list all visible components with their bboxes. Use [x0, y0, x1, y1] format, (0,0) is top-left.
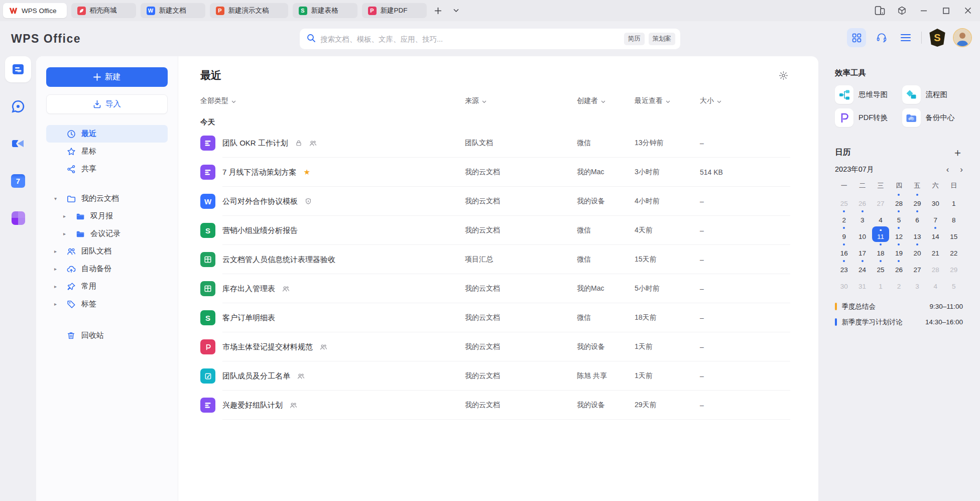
tool-mindmap[interactable]: 思维导图	[835, 85, 896, 104]
file-row[interactable]: W公司对外合作协议模板我的云文档我的设备4小时前–	[200, 187, 790, 216]
chevron-right-icon[interactable]: ▸	[63, 231, 75, 236]
import-button[interactable]: 导入	[46, 94, 168, 114]
calendar-day[interactable]: 26	[853, 192, 871, 209]
filter-3[interactable]: 最近查看	[635, 96, 700, 105]
search-tag-resume[interactable]: 简历	[624, 33, 645, 45]
tool-backup[interactable]: 备份中心	[902, 108, 963, 127]
chevron-right-icon[interactable]: ▸	[54, 248, 66, 254]
chevron-right-icon[interactable]: ▸	[54, 284, 66, 289]
calendar-day[interactable]: 20	[908, 242, 926, 259]
search-bar[interactable]: 简历 策划案	[300, 29, 680, 49]
calendar-day[interactable]: 30	[926, 192, 944, 209]
calendar-day[interactable]: 28	[926, 259, 944, 275]
file-row[interactable]: 团队成员及分工名单我的云文档陈旭 共享1天前–	[200, 361, 790, 391]
calendar-day[interactable]: 29	[945, 259, 963, 275]
close-button[interactable]	[959, 3, 977, 18]
rail-item-documents[interactable]	[5, 56, 31, 82]
add-event-button[interactable]: ＋	[952, 147, 963, 158]
maximize-button[interactable]	[937, 3, 955, 18]
calendar-day[interactable]: 9	[835, 225, 853, 242]
sidebar-item-clock[interactable]: 最近	[46, 125, 168, 143]
calendar-day[interactable]: 1	[872, 275, 890, 292]
calendar-day[interactable]: 27	[908, 259, 926, 275]
calendar-day[interactable]: 25	[835, 192, 853, 209]
mobile-link-button[interactable]	[871, 3, 889, 18]
window-tab-docer[interactable]: 稻壳商城	[71, 3, 136, 18]
rail-item-apps[interactable]	[5, 205, 31, 231]
filter-0[interactable]: 全部类型	[200, 96, 465, 105]
support-headset-button[interactable]	[873, 28, 890, 47]
calendar-day-selected[interactable]: 11	[872, 225, 890, 242]
file-row[interactable]: 兴趣爱好组队计划我的云文档我的设备29天前–	[200, 391, 790, 420]
calendar-day[interactable]: 31	[853, 275, 871, 292]
new-document-button[interactable]: 新建	[46, 67, 168, 87]
search-tag-plan[interactable]: 策划案	[649, 33, 676, 45]
calendar-day[interactable]: 7	[926, 209, 944, 225]
calendar-day[interactable]: 16	[835, 242, 853, 259]
calendar-day[interactable]: 5	[945, 275, 963, 292]
file-row[interactable]: S营销小组业绩分析报告我的云文档微信4天前–	[200, 216, 790, 245]
calendar-event[interactable]: 季度总结会9:30–11:00	[835, 299, 963, 314]
chevron-right-icon[interactable]: ▸	[63, 213, 75, 219]
sidebar-tree-item[interactable]: ▸团队文档	[46, 242, 168, 260]
calendar-day[interactable]: 3	[853, 209, 871, 225]
sidebar-tree-item[interactable]: ▸常用	[46, 278, 168, 295]
calendar-day[interactable]: 26	[890, 259, 908, 275]
calendar-day[interactable]: 4	[872, 209, 890, 225]
filter-4[interactable]: 大小	[700, 96, 790, 105]
calendar-day[interactable]: 29	[908, 192, 926, 209]
tool-flowchart[interactable]: 流程图	[902, 85, 963, 104]
chevron-right-icon[interactable]: ▸	[54, 266, 66, 272]
file-row[interactable]: S客户订单明细表我的云文档微信18天前–	[200, 303, 790, 332]
window-tab-pdf[interactable]: P新建PDF	[362, 3, 427, 18]
file-row[interactable]: 云文档管人员信息统计表理器验收项目汇总微信15天前–	[200, 245, 790, 274]
calendar-day[interactable]: 28	[890, 192, 908, 209]
calendar-day[interactable]: 5	[890, 209, 908, 225]
calendar-day[interactable]: 25	[872, 259, 890, 275]
window-tab-sheet[interactable]: S新建表格	[293, 3, 357, 18]
svip-badge[interactable]: S	[929, 29, 946, 47]
calendar-next-button[interactable]: ›	[960, 165, 963, 174]
calendar-day[interactable]: 17	[853, 242, 871, 259]
filter-2[interactable]: 创建者	[577, 96, 635, 105]
sidebar-item-star[interactable]: 星标	[46, 143, 168, 160]
file-row[interactable]: 市场主体登记提交材料规范我的云文档我的设备1天前–	[200, 332, 790, 361]
chevron-down-icon[interactable]: ▾	[54, 196, 66, 201]
calendar-day[interactable]: 18	[872, 242, 890, 259]
window-tab-wps[interactable]: WPS Office	[3, 3, 67, 18]
calendar-day[interactable]: 4	[926, 275, 944, 292]
file-row[interactable]: 库存出入管理表我的云文档我的Mac5小时前–	[200, 274, 790, 303]
apps-grid-button[interactable]	[847, 28, 866, 47]
calendar-day[interactable]: 19	[890, 242, 908, 259]
tab-list-dropdown[interactable]	[450, 4, 463, 17]
calendar-day[interactable]: 13	[908, 225, 926, 242]
calendar-day[interactable]: 24	[853, 259, 871, 275]
rail-item-chat[interactable]	[5, 93, 31, 119]
filter-1[interactable]: 来源	[465, 96, 577, 105]
file-row[interactable]: 团队 OKR 工作计划团队文档微信13分钟前–	[200, 129, 790, 158]
new-tab-button[interactable]	[432, 4, 445, 17]
file-row[interactable]: 7 月线下活动策划方案★我的云文档我的Mac3小时前514 KB	[200, 158, 790, 187]
calendar-day[interactable]: 3	[908, 275, 926, 292]
sidebar-item-share[interactable]: 共享	[46, 160, 168, 178]
rail-item-calendar[interactable]: 7	[5, 168, 31, 194]
sidebar-item-trash[interactable]: 回收站	[46, 327, 168, 344]
search-input[interactable]	[320, 35, 620, 43]
list-settings-gear[interactable]	[776, 68, 790, 82]
calendar-prev-button[interactable]: ‹	[946, 165, 949, 174]
calendar-day[interactable]: 8	[945, 209, 963, 225]
calendar-day[interactable]: 23	[835, 259, 853, 275]
calendar-day[interactable]: 2	[890, 275, 908, 292]
calendar-day[interactable]: 21	[926, 242, 944, 259]
window-tab-ppt[interactable]: P新建演示文稿	[210, 3, 288, 18]
window-tab-writer[interactable]: W新建文档	[141, 3, 205, 18]
user-avatar[interactable]	[953, 28, 972, 47]
workspace-cube-button[interactable]	[893, 3, 911, 18]
sidebar-tree-item[interactable]: ▾我的云文档	[46, 190, 168, 207]
minimize-button[interactable]	[915, 3, 933, 18]
calendar-day[interactable]: 15	[945, 225, 963, 242]
calendar-day[interactable]: 30	[835, 275, 853, 292]
tool-pdf-convert[interactable]: PDF转换	[835, 108, 896, 127]
calendar-day[interactable]: 6	[908, 209, 926, 225]
sidebar-tree-item[interactable]: ▸自动备份	[46, 260, 168, 278]
